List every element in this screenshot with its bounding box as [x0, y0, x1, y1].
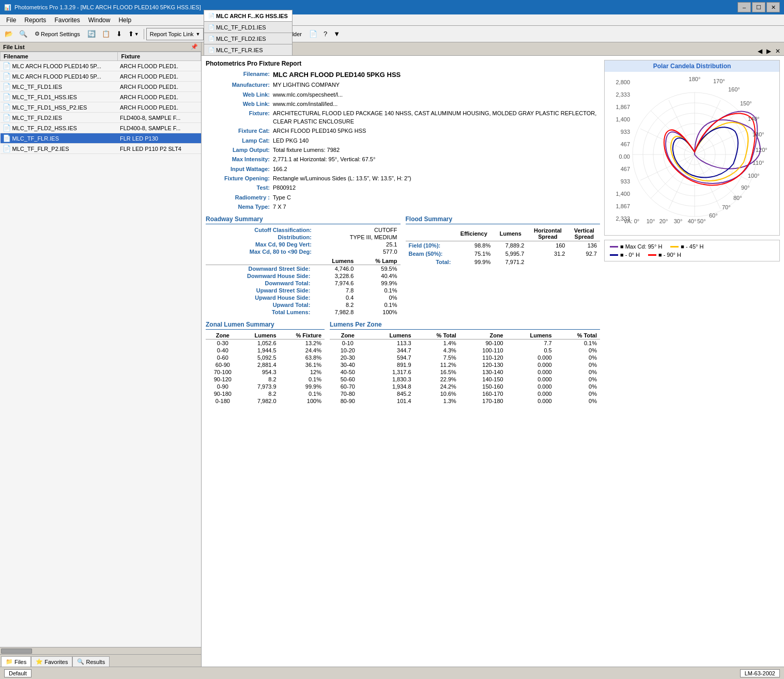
list-item[interactable]: 📄MLC ARCH FLOOD PLED140 5P...ARCH FLOOD …	[1, 71, 201, 82]
help-button[interactable]: ?	[321, 28, 330, 40]
content-tab[interactable]: 📄MLC_TF_FLD1.IES	[204, 21, 293, 33]
lum-lumens: 8.2	[313, 301, 357, 308]
lpz-col-l2: Lumens	[506, 332, 555, 340]
table-row: 60-701,934.824.2%150-1600.0000%	[330, 383, 600, 390]
menu-help[interactable]: Help	[114, 16, 135, 25]
tab-label: MLC_TF_FLR.IES	[216, 47, 263, 53]
open-button[interactable]: 📂	[2, 28, 16, 40]
field-value: www.mlc.com/install/led...	[273, 100, 600, 108]
flood-row-label: Beam (50%):	[406, 250, 454, 258]
flood-lumens: 7,971.2	[494, 258, 527, 266]
main-layout: File List 📌 Filename Fixture 📄MLC ARCH F…	[0, 42, 784, 667]
legend-maxcd-label: ■ Max Cd: 95° H	[620, 243, 662, 250]
polar-chart-title: Polar Candela Distribution	[605, 60, 779, 72]
minimize-button[interactable]: –	[737, 2, 751, 12]
list-item[interactable]: 📄MLC_TF_FLD1.IESARCH FLOOD PLED1.	[1, 82, 201, 92]
content-tab[interactable]: 📄MLC_TF_FLD2.IES	[204, 33, 293, 44]
search-button[interactable]: 🔍	[17, 28, 30, 40]
table-row: Downward Street Side:4,746.059.5%	[206, 265, 401, 272]
lpz-z1: 80-90	[330, 397, 366, 405]
file-list-table[interactable]: Filename Fixture 📄MLC ARCH FLOOD PLED140…	[0, 52, 201, 647]
list-item[interactable]: 📄MLC_TF_FLD2.IESFLD400-8, SAMPLE F...	[1, 113, 201, 123]
list-item[interactable]: 📄MLC ARCH FLOOD PLED140 5P...ARCH FLOOD …	[1, 61, 201, 71]
table-row: 90-1808.20.1%	[206, 390, 325, 397]
lpz-p1: 22.9%	[414, 376, 459, 383]
report-topic-button[interactable]: Report Topic Link ▼	[146, 28, 204, 40]
separator-1	[144, 29, 144, 39]
lpz-l1: 1,934.8	[366, 383, 414, 390]
lum-label: Downward Street Side:	[206, 265, 313, 272]
col-fixture: Fixture	[118, 52, 201, 61]
svg-text:120°: 120°	[756, 147, 767, 153]
report-field: Nema Type:7 X 7	[206, 203, 600, 211]
close-button[interactable]: ✕	[766, 2, 780, 12]
lpz-p2: 0%	[555, 376, 600, 383]
zonal-col-pct: % Fixture	[280, 332, 325, 340]
lpz-z1: 10-20	[330, 347, 366, 354]
content-tab[interactable]: 📄MLC ARCH F...KG HSS.IES	[204, 10, 293, 21]
zone-lumens: 954.3	[240, 368, 280, 376]
export-button[interactable]: 📄	[306, 28, 320, 40]
filename-value: MLC ARCH FLOOD PLED140 5PKG HSS	[273, 70, 600, 80]
lum-pct: 99.9%	[357, 280, 400, 287]
svg-text:180°: 180°	[689, 77, 701, 82]
lum-lumens: 7.8	[313, 287, 357, 294]
tab-prev-button[interactable]: ◀	[756, 47, 764, 55]
menu-reports[interactable]: Reports	[20, 16, 50, 25]
down-button[interactable]: ⬇	[114, 28, 125, 40]
zone-label: 0-40	[206, 347, 240, 354]
favorites-icon: ⭐	[36, 658, 43, 665]
table-row: 0-907,973.999.9%	[206, 383, 325, 390]
lpz-z1: 30-40	[330, 361, 366, 368]
svg-text:2,333: 2,333	[616, 91, 630, 98]
tab-results[interactable]: 🔍 Results	[72, 656, 110, 667]
tab-favorites[interactable]: ⭐ Favorites	[31, 656, 72, 667]
row-label: Max Cd, 80 to <90 Deg:	[206, 248, 315, 255]
lum-col-pct: % Lamp	[357, 257, 400, 265]
tab-favorites-label: Favorites	[44, 659, 68, 665]
report-settings-button[interactable]: ⚙ Report Settings	[31, 28, 84, 40]
lpz-col-z1: Zone	[330, 332, 366, 340]
file-name-cell: 📄MLC_TF_FLD2.IES	[1, 113, 118, 123]
up-button[interactable]: ⬆▼	[126, 28, 142, 40]
list-item[interactable]: 📄MLC_TF_FLR.IESFLR LED P130	[1, 133, 201, 144]
tab-close-button[interactable]: ✕	[774, 47, 782, 55]
flood-col-1	[406, 226, 454, 241]
content-tab[interactable]: 📄MLC_TF_FLR.IES	[204, 44, 293, 55]
refresh-button[interactable]: 🔄	[85, 28, 98, 40]
pin-icon[interactable]: 📌	[191, 43, 198, 50]
zone-lumens: 7,982.0	[240, 397, 280, 405]
tab-next-button[interactable]: ▶	[765, 47, 773, 55]
maximize-button[interactable]: ☐	[752, 2, 765, 12]
report-field: Max Intensity:2,771.1 at Horizontal: 95°…	[206, 156, 600, 163]
menu-file[interactable]: File	[2, 16, 20, 25]
list-item[interactable]: 📄MLC_TF_FLD1_HSS.IESARCH FLOOD PLED1.	[1, 92, 201, 102]
list-item[interactable]: 📄MLC_TF_FLD2_HSS.IESFLD400-8, SAMPLE F..…	[1, 123, 201, 133]
tab-files[interactable]: 📁 Files	[1, 656, 31, 667]
hscroll-thumb[interactable]	[1, 649, 32, 654]
toolbar-more-button[interactable]: ▼	[331, 28, 343, 40]
list-item[interactable]: 📄MLC_TF_FLD1_HSS_P2.IESARCH FLOOD PLED1.	[1, 102, 201, 113]
menu-window[interactable]: Window	[84, 16, 115, 25]
lpz-p1: 24.2%	[414, 383, 459, 390]
svg-text:170°: 170°	[713, 78, 725, 84]
files-table: Filename Fixture 📄MLC ARCH FLOOD PLED140…	[0, 52, 201, 154]
flood-row-label: Total:	[406, 258, 454, 266]
file-list-hscroll[interactable]	[0, 647, 201, 654]
lpz-p1: 10.6%	[414, 390, 459, 397]
report-right: Polar Candela Distribution 2,800 2,333 1…	[604, 60, 780, 662]
table-row: 0-401,944.524.4%	[206, 347, 325, 354]
field-value: P800912	[273, 184, 600, 192]
list-item[interactable]: 📄MLC_TF_FLR_P2.IESFLR LED P110 P2 SLT4	[1, 144, 201, 154]
lpz-l2: 0.000	[506, 361, 555, 368]
svg-text:10°: 10°	[647, 218, 655, 224]
app-icon: 📊	[4, 4, 11, 11]
report-field: Lamp Cat:LED PKG 140	[206, 137, 600, 145]
lpz-z1: 40-50	[330, 368, 366, 376]
copy-button[interactable]: 📋	[99, 28, 113, 40]
lum-pct: 40.4%	[357, 272, 400, 280]
report-settings-label: Report Settings	[41, 31, 80, 37]
file-list-panel: File List 📌 Filename Fixture 📄MLC ARCH F…	[0, 42, 202, 667]
menu-favorites[interactable]: Favorites	[50, 16, 84, 25]
lpz-z1: 20-30	[330, 354, 366, 361]
